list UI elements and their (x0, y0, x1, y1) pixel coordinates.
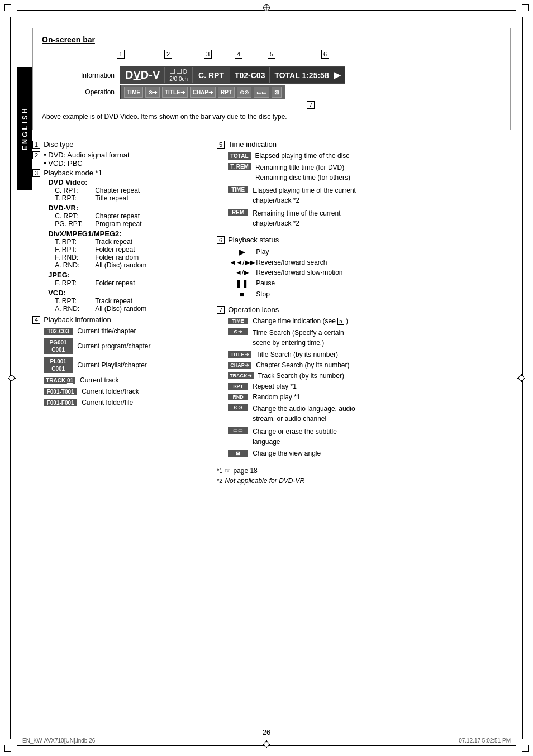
section-num-5: 5 (217, 141, 225, 149)
english-label: ENGLISH (21, 107, 29, 151)
pb-t02c03: T02-C03 Current title/chapter (44, 327, 150, 335)
num-label-4: 4 (235, 50, 242, 59)
crpt-section: C. RPT (193, 67, 230, 83)
divx-frnd-key: F. RND: (55, 253, 95, 261)
desc-pause: Pause (256, 279, 275, 287)
subsection-vcd: VCD: T. RPT: Track repeat A. RND: All (D… (48, 289, 146, 313)
op-icon-angle: ⊠ Change the view angle (228, 449, 355, 457)
divx-title: DivX/MPEG1/MPEG2: (48, 229, 146, 238)
pb-f001t001: F001-T001 Current folder/track (44, 387, 150, 395)
op-badge-timesearch: ⊙➔ (228, 328, 248, 335)
time-rem: REM Remaining time of the currentchapter… (228, 208, 356, 228)
badge-f001f001: F001-F001 (44, 399, 77, 406)
vcd-title: VCD: (48, 289, 146, 297)
section-4-header: 4 Playback information T02-C03 Current t… (32, 315, 206, 410)
status-slowmo: ◄/▶ Reverse/forward slow-motion (228, 269, 342, 276)
op-badge-audio: ⊙⊙ (228, 404, 248, 411)
badge-rem: REM (228, 209, 248, 216)
op-btn-timesearch[interactable]: ⊙➔ (145, 87, 160, 98)
op-badge-rnd: RND (228, 394, 248, 400)
operation-label: Operation (75, 88, 120, 96)
badge-total: TOTAL (228, 152, 250, 160)
corner-mark-br (522, 745, 529, 752)
op-desc-rpt: Repeat play *1 (253, 382, 297, 390)
section-3-title: Playback mode *1 (44, 169, 146, 177)
subsection-divx: DivX/MPEG1/MPEG2: T. RPT: Track repeat F… (48, 229, 146, 269)
desc-time: Elapsed playing time of the currentchapt… (253, 185, 356, 205)
op-btn-time[interactable]: TIME (124, 87, 143, 98)
subsection-dvd-video: DVD Video: C. RPT: Chapter repeat T. RPT… (48, 178, 146, 202)
label-f001f001: Current folder/file (82, 399, 133, 406)
jpeg-frpt: F. RPT: Folder repeat (55, 279, 146, 287)
caption-text: Above example is of DVD Video. Items sho… (42, 113, 501, 121)
section-3-header: 3 Playback mode *1 DVD Video: C. RPT: Ch… (32, 169, 206, 314)
num-label-5: 5 (268, 50, 275, 59)
audio-bottom: 2/0 0ch (169, 75, 188, 83)
op-desc-title: Title Search (by its number) (256, 351, 338, 358)
divx-arnd-val: All (Disc) random (95, 261, 146, 269)
total-section: TOTAL 1:25:58 ▶ (270, 67, 344, 83)
badge-pg001: PG001C001 (44, 338, 73, 354)
section-2-content: • DVD: Audio signal format • VCD: PBC (44, 151, 129, 168)
desc-play: Play (256, 248, 269, 256)
footnotes: *1 ☞ page 18 *2 Not applicable for DVD-V… (217, 467, 511, 485)
op-btn-title[interactable]: TITLE➔ (162, 87, 188, 98)
op-icon-title: TITLE➔ Title Search (by its number) (228, 351, 355, 358)
op-desc-timesearch: Time Search (Specify a certainscene by e… (253, 328, 344, 348)
icon-slowmo: ◄/▶ (228, 269, 256, 276)
dvd-vr-title: DVD-VR: (48, 204, 146, 212)
op-icon-rnd: RND Random play *1 (228, 393, 355, 401)
op-btn-angle[interactable]: ⊠ (272, 87, 282, 98)
op-icon-chap: CHAP➔ Chapter Search (by its number) (228, 361, 355, 369)
audio-top: D (170, 68, 187, 75)
op-btn-rpt[interactable]: RPT (218, 87, 235, 98)
op-desc-chap: Chapter Search (by its number) (256, 361, 349, 369)
footnote-book-icon: ☞ (225, 467, 231, 475)
icon-stop: ■ (228, 290, 256, 299)
onscreen-bar-box: On-screen bar 1 2 (32, 28, 511, 130)
jpeg-title: JPEG: (48, 271, 146, 279)
label-pg001: Current program/chapter (77, 342, 150, 350)
op-desc-audio: Change the audio language, audiostream, … (253, 404, 355, 424)
vcd-arnd-key: A. RND: (55, 305, 95, 313)
dvd-v-text: DVD-V (125, 69, 160, 82)
label-pl001: Current Playlist/chapter (77, 361, 147, 369)
label-t02c03: Current title/chapter (77, 327, 136, 335)
operation-row: Operation TIME ⊙➔ TITLE➔ CHAP➔ RPT ⊙⊙ ▭▭… (75, 85, 501, 99)
divx-frnd: F. RND: Folder random (55, 253, 146, 261)
icon-search: ◄◄/▶▶ (228, 259, 256, 266)
section-6: 6 Playback status ▶ Play ◄◄/▶▶ Reverse/f… (217, 236, 511, 301)
section-num-6: 6 (217, 236, 225, 244)
footnote-star-1: *1 (217, 467, 222, 474)
op-icon-timesearch: ⊙➔ Time Search (Specify a certainscene b… (228, 328, 355, 348)
section-5-content: Time indication TOTAL Elapsed playing ti… (228, 140, 356, 231)
jpeg-frpt-val: Folder repeat (95, 279, 135, 287)
op-badge-subtitle: ▭▭ (228, 427, 248, 434)
pb-track01: TRACK 01 Current track (44, 376, 150, 384)
op-btn-subtitle[interactable]: ▭▭ (254, 87, 269, 98)
op-badge-track: TRACK➔ (228, 372, 254, 379)
section-7-content: Operation icons TIME Change time indicat… (228, 305, 355, 460)
op-btn-chap[interactable]: CHAP➔ (190, 87, 216, 98)
left-column: 1 Disc type 2 • DVD: Audio signal format… (32, 140, 206, 485)
section-5-title: Time indication (228, 140, 356, 149)
corner-mark-tr (522, 4, 529, 11)
section-3-body: DVD Video: C. RPT: Chapter repeat T. RPT… (48, 178, 146, 313)
badge-f001t001: F001-T001 (44, 388, 77, 395)
footnote-text-1: page 18 (233, 467, 257, 475)
corner-mark-bl (4, 745, 11, 752)
divx-trpt-val: Track repeat (95, 238, 132, 246)
vcd-trpt-key: T. RPT: (55, 297, 95, 305)
op-badge-angle: ⊠ (228, 450, 248, 457)
bracket-line-5 (271, 58, 324, 58)
vcd-trpt-val: Track repeat (95, 297, 132, 305)
op-btn-audio[interactable]: ⊙⊙ (237, 87, 251, 98)
vcd-arnd: A. RND: All (Disc) random (55, 305, 146, 313)
crosshair-top-center (263, 4, 270, 11)
op-bar: TIME ⊙➔ TITLE➔ CHAP➔ RPT ⊙⊙ ▭▭ ⊠ (120, 85, 285, 99)
desc-stop: Stop (256, 290, 270, 298)
op-icon-audio: ⊙⊙ Change the audio language, audiostrea… (228, 404, 355, 424)
desc-rem: Remaining time of the currentchapter/tra… (253, 208, 340, 228)
corner-mark-tl (4, 4, 11, 11)
op-icon-time: TIME Change time indication (see 5 ) (228, 317, 355, 325)
